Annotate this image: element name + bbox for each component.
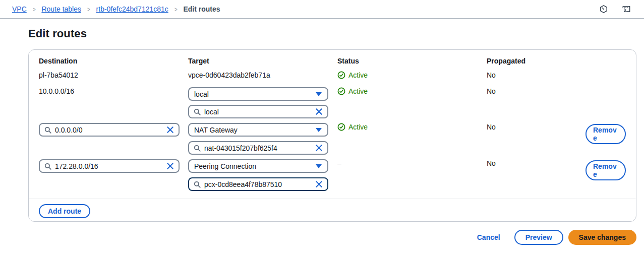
breadcrumb-link-route-tables[interactable]: Route tables (41, 5, 81, 13)
route-status: Active (337, 86, 368, 96)
destination-search-field (39, 123, 180, 137)
route-destination-text: 10.0.0.0/16 (39, 86, 74, 96)
destination-input[interactable] (55, 162, 163, 170)
target-type-select[interactable]: Peering Connection (188, 159, 328, 173)
chevron-down-icon (316, 128, 322, 132)
status-label: Active (348, 122, 368, 132)
preview-button[interactable]: Preview (514, 230, 563, 245)
breadcrumb-current: Edit routes (183, 5, 220, 13)
route-propagated: No (487, 86, 496, 96)
save-changes-button[interactable]: Save changes (568, 230, 636, 245)
route-destination-text: pl-7ba54012 (39, 70, 78, 80)
breadcrumb-separator-icon: > (87, 6, 90, 13)
column-header-target: Target (188, 56, 209, 66)
target-search-field (188, 141, 328, 155)
column-header-status: Status (337, 56, 359, 66)
clear-input-icon[interactable] (315, 180, 323, 188)
breadcrumb-link-vpc[interactable]: VPC (12, 5, 27, 13)
status-label: Active (348, 86, 368, 96)
topbar-icons (599, 5, 631, 14)
clear-input-icon[interactable] (166, 126, 174, 134)
target-search-input[interactable] (204, 108, 312, 116)
route-status: Active (337, 70, 368, 80)
cloudshell-icon[interactable] (622, 5, 631, 14)
route-status: Active (337, 122, 368, 132)
footer-actions: Cancel Preview Save changes (28, 230, 636, 245)
remove-route-button[interactable]: Remove (586, 124, 626, 144)
target-type-selected: NAT Gateway (194, 126, 238, 134)
topbar: VPC > Route tables > rtb-0fefc24bd7121c8… (0, 0, 644, 19)
breadcrumb-separator-icon: > (33, 6, 36, 13)
breadcrumb-link-route-table-id[interactable]: rtb-0fefc24bd7121c81c (96, 5, 168, 13)
chevron-down-icon (316, 164, 322, 168)
target-search-field (188, 105, 328, 118)
card-divider (29, 199, 636, 199)
target-search-field-focused (188, 177, 328, 191)
search-icon (194, 181, 201, 188)
target-type-selected: Peering Connection (194, 162, 256, 170)
route-target-text: vpce-0d60423dab2feb71a (188, 70, 270, 80)
column-header-propagated: Propagated (487, 56, 525, 66)
status-label: Active (348, 70, 368, 80)
search-icon (44, 126, 51, 134)
target-search-input[interactable] (204, 180, 312, 188)
edit-routes-card: Destination Target Status Propagated pl-… (28, 49, 636, 222)
column-header-destination: Destination (39, 56, 77, 66)
page-title: Edit routes (28, 27, 644, 40)
status-active-icon (337, 71, 345, 79)
status-active-icon (337, 123, 345, 131)
search-icon (194, 145, 201, 152)
remove-route-button[interactable]: Remove (586, 160, 626, 180)
chevron-down-icon (316, 92, 322, 96)
search-icon (44, 163, 51, 170)
breadcrumb-separator-icon: > (174, 6, 178, 13)
clear-input-icon[interactable] (315, 108, 323, 115)
history-icon[interactable] (599, 5, 608, 14)
target-type-select[interactable]: NAT Gateway (188, 123, 328, 137)
clear-input-icon[interactable] (166, 162, 174, 170)
destination-search-field (39, 159, 180, 173)
route-propagated: No (487, 122, 496, 132)
route-propagated: No (487, 158, 496, 168)
clear-input-icon[interactable] (315, 144, 323, 152)
route-status-dash: – (337, 158, 341, 168)
target-type-selected: local (194, 90, 209, 98)
cancel-button[interactable]: Cancel (477, 233, 500, 241)
add-route-button[interactable]: Add route (39, 204, 90, 218)
status-active-icon (337, 87, 345, 95)
breadcrumb: VPC > Route tables > rtb-0fefc24bd7121c8… (12, 5, 220, 13)
destination-input[interactable] (55, 126, 163, 134)
target-search-input[interactable] (204, 144, 312, 152)
search-icon (194, 108, 201, 115)
route-propagated: No (487, 70, 496, 80)
target-type-select[interactable]: local (188, 87, 328, 101)
